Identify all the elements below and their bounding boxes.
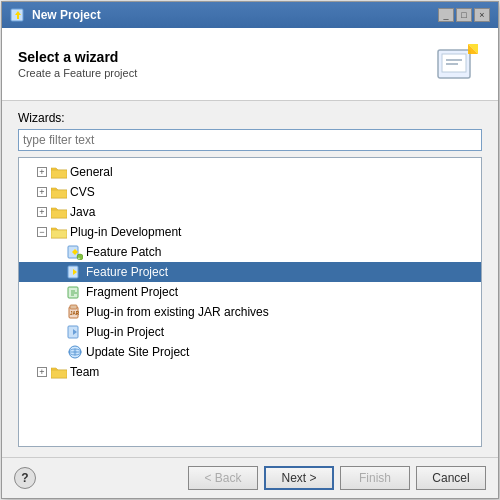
tree-label-general: General [70,165,113,179]
tree-label-feature-project: Feature Project [86,265,168,279]
header-area: Select a wizard Create a Feature project [2,28,498,101]
wizard-header-icon [434,40,482,88]
tree-item-java[interactable]: + Java [19,202,481,222]
tree-item-plugin-dev[interactable]: − Plug-in Development [19,222,481,242]
filter-input[interactable] [18,129,482,151]
tree-container[interactable]: + General + CVS [18,157,482,447]
folder-icon-java [51,204,67,220]
svg-rect-3 [442,54,466,72]
back-button[interactable]: < Back [188,466,258,490]
cancel-button[interactable]: Cancel [416,466,486,490]
wizard-subtitle: Create a Feature project [18,67,137,79]
svg-text:JAR: JAR [70,311,80,316]
tree-label-java: Java [70,205,95,219]
dialog-title: New Project [32,8,101,22]
plugin-jar-icon: JAR [67,304,83,320]
title-bar: New Project _ □ × [2,2,498,28]
tree-item-plugin-project[interactable]: Plug-in Project [19,322,481,342]
help-button[interactable]: ? [14,467,36,489]
header-text: Select a wizard Create a Feature project [18,49,137,79]
footer-left: ? [14,467,36,489]
next-button[interactable]: Next > [264,466,334,490]
title-buttons: _ □ × [438,8,490,22]
folder-icon-team [51,364,67,380]
footer-right: < Back Next > Finish Cancel [188,466,486,490]
wizards-label: Wizards: [18,111,482,125]
expander-general[interactable]: + [35,165,49,179]
tree-label-plugin-dev: Plug-in Development [70,225,181,239]
plugin-project-icon [67,324,83,340]
tree-label-feature-patch: Feature Patch [86,245,161,259]
minimize-button[interactable]: _ [438,8,454,22]
new-project-dialog: New Project _ □ × Select a wizard Create… [1,1,499,499]
tree-item-cvs[interactable]: + CVS [19,182,481,202]
tree-item-feature-patch[interactable]: + Feature Patch [19,242,481,262]
finish-button[interactable]: Finish [340,466,410,490]
title-bar-left: New Project [10,7,101,23]
tree-item-general[interactable]: + General [19,162,481,182]
folder-icon-cvs [51,184,67,200]
content-area: Wizards: + General + [2,101,498,457]
tree-label-team: Team [70,365,99,379]
tree-item-update-site[interactable]: Update Site Project [19,342,481,362]
tree-label-plugin-jar: Plug-in from existing JAR archives [86,305,269,319]
tree-item-team[interactable]: + Team [19,362,481,382]
tree-label-update-site: Update Site Project [86,345,189,359]
new-project-icon [10,7,26,23]
feature-patch-icon: + [67,244,83,260]
expander-cvs[interactable]: + [35,185,49,199]
tree-item-plugin-jar[interactable]: JAR Plug-in from existing JAR archives [19,302,481,322]
tree-label-plugin-project: Plug-in Project [86,325,164,339]
close-button[interactable]: × [474,8,490,22]
expander-java[interactable]: + [35,205,49,219]
tree-item-feature-project[interactable]: Feature Project [19,262,481,282]
svg-rect-16 [70,305,77,309]
footer: ? < Back Next > Finish Cancel [2,457,498,498]
feature-project-icon [67,264,83,280]
tree-label-fragment-project: Fragment Project [86,285,178,299]
folder-icon-general [51,164,67,180]
tree-item-fragment-project[interactable]: Fragment Project [19,282,481,302]
fragment-project-icon [67,284,83,300]
maximize-button[interactable]: □ [456,8,472,22]
svg-text:+: + [78,255,81,261]
tree-label-cvs: CVS [70,185,95,199]
expander-team[interactable]: + [35,365,49,379]
wizard-title: Select a wizard [18,49,137,65]
folder-icon-plugin-dev [51,224,67,240]
update-site-icon [67,344,83,360]
expander-plugin-dev[interactable]: − [35,225,49,239]
